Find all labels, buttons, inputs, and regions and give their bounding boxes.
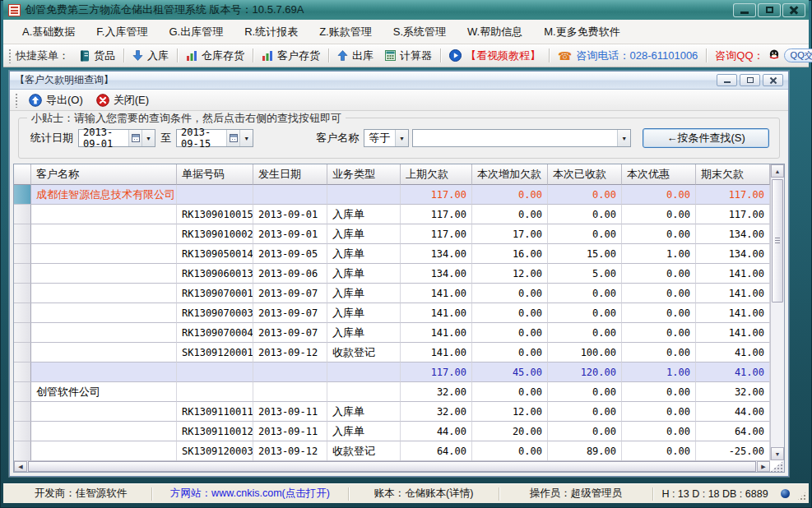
grid-cell[interactable]: 0.00 <box>622 284 696 303</box>
status-website-link[interactable]: 方网站：www.cnkis.com(点击打开) <box>152 487 348 501</box>
grid-cell[interactable]: 41.00 <box>696 343 770 363</box>
quickbar-calculator-button[interactable]: 计算器 <box>379 46 438 66</box>
grid-cell[interactable]: 0.00 <box>622 441 696 460</box>
grid-cell[interactable]: 32.00 <box>401 382 472 402</box>
row-selector[interactable] <box>14 224 31 244</box>
grid-row[interactable]: SK13091200032013-09-12收款登记64.000.0089.00… <box>14 441 770 460</box>
grid-cell[interactable]: RK1309070001 <box>177 284 253 303</box>
grid-cell[interactable] <box>31 441 177 460</box>
quickbar-warehouse-stock-button[interactable]: 仓库存货 <box>180 46 250 66</box>
column-header[interactable]: 单据号码 <box>177 164 253 185</box>
scroll-down-button[interactable]: ▼ <box>771 447 784 460</box>
column-header[interactable]: 客户名称 <box>31 164 177 185</box>
grid-cell[interactable]: 入库单 <box>327 323 401 343</box>
row-selector[interactable] <box>14 323 31 343</box>
grid-cell[interactable]: 141.00 <box>401 284 472 303</box>
grid-cell[interactable]: RK1309070003 <box>177 303 253 323</box>
grid-cell[interactable] <box>31 343 177 363</box>
grid-cell[interactable]: 入库单 <box>327 244 401 264</box>
grid-cell[interactable]: 2013-09-07 <box>253 303 327 323</box>
grid-cell[interactable]: 12.00 <box>472 264 548 284</box>
grid-cell[interactable]: 2013-09-06 <box>253 264 327 284</box>
grid-cell[interactable]: SK1309120001 <box>177 343 253 363</box>
scroll-up-button[interactable]: ▲ <box>771 164 784 178</box>
grid-cell[interactable]: 2013-09-07 <box>253 284 327 303</box>
window-maximize-button[interactable] <box>758 3 781 17</box>
grid-row[interactable]: RK13090500142013-09-05入库单134.0016.0015.0… <box>14 244 770 264</box>
column-header[interactable]: 本次增加欠款 <box>472 164 548 185</box>
scroll-left-button[interactable]: ◀ <box>14 461 27 472</box>
grid-cell[interactable]: 20.00 <box>472 422 548 441</box>
grid-cell[interactable]: RK1309110012 <box>177 422 253 441</box>
grid-row[interactable]: RK13090700042013-09-07入库单141.000.000.000… <box>14 323 770 343</box>
search-button[interactable]: ←按条件查找(S) <box>643 128 769 148</box>
grid-cell[interactable]: 1.00 <box>622 363 696 382</box>
grid-cell[interactable]: 141.00 <box>696 264 770 284</box>
row-selector[interactable] <box>14 185 31 205</box>
window-close-button[interactable] <box>782 3 805 17</box>
grid-cell[interactable]: RK1309110011 <box>177 402 253 422</box>
grid-cell[interactable]: 141.00 <box>696 284 770 303</box>
row-selector[interactable] <box>14 382 31 402</box>
grid-cell[interactable] <box>31 244 177 264</box>
grid-cell[interactable]: 0.00 <box>548 402 622 422</box>
export-button[interactable]: 导出(O) <box>22 91 90 109</box>
grid-cell[interactable]: 入库单 <box>327 264 401 284</box>
grid-cell[interactable]: 120.00 <box>548 363 622 382</box>
menu-item-basic-data[interactable]: A.基础数据 <box>12 20 86 44</box>
vertical-scrollbar[interactable]: ▲ ▼ <box>770 164 784 460</box>
menu-item-accounts[interactable]: Z.账款管理 <box>309 20 383 44</box>
grid-cell[interactable]: 32.00 <box>401 402 472 422</box>
grid-cell[interactable]: 收款登记 <box>327 441 401 460</box>
grid-cell[interactable]: 2013-09-01 <box>253 205 327 224</box>
grid-cell[interactable] <box>177 363 253 382</box>
grid-cell[interactable]: 16.00 <box>472 244 548 264</box>
grid-cell[interactable] <box>31 323 177 343</box>
date-to-input[interactable]: 2013-09-15 ▼ <box>176 129 253 147</box>
grid-cell[interactable]: 134.00 <box>401 264 472 284</box>
grid-cell[interactable]: 入库单 <box>327 224 401 244</box>
child-maximize-button[interactable] <box>740 74 760 86</box>
video-tutorial-button[interactable]: 【看视频教程】 <box>443 46 546 66</box>
grid-cell[interactable] <box>31 264 177 284</box>
calendar-button[interactable] <box>128 130 142 146</box>
grid-cell[interactable]: 0.00 <box>622 264 696 284</box>
grid-cell[interactable]: 117.00 <box>401 363 472 382</box>
qq-chat-button[interactable]: QQ交谈 <box>784 48 812 62</box>
date-from-dropdown-button[interactable]: ▼ <box>142 130 155 146</box>
child-close-button[interactable] <box>763 74 783 86</box>
grid-cell[interactable] <box>177 185 253 205</box>
grid-cell[interactable] <box>327 382 401 402</box>
grid-cell[interactable]: 0.00 <box>622 224 696 244</box>
grid-cell[interactable]: 64.00 <box>696 422 770 441</box>
grid-row[interactable]: RK13090700012013-09-07入库单141.000.000.000… <box>14 284 770 303</box>
grid-cell[interactable]: 0.00 <box>472 441 548 460</box>
grid-cell[interactable]: 收款登记 <box>327 343 401 363</box>
column-header[interactable]: 本次优惠 <box>622 164 696 185</box>
grid-cell[interactable]: 2013-09-11 <box>253 422 327 441</box>
row-selector[interactable] <box>14 264 31 284</box>
toolbar-drag-handle[interactable] <box>8 48 12 63</box>
grid-cell[interactable] <box>31 284 177 303</box>
grid-cell[interactable]: 15.00 <box>548 244 622 264</box>
grid-cell[interactable]: 44.00 <box>401 422 472 441</box>
grid-cell[interactable]: 117.00 <box>401 224 472 244</box>
grid-cell[interactable]: 2013-09-11 <box>253 402 327 422</box>
grid-cell[interactable]: 32.00 <box>696 382 770 402</box>
grid-cell[interactable] <box>31 303 177 323</box>
menu-item-more-software[interactable]: M.更多免费软件 <box>533 20 630 44</box>
grid-cell[interactable]: 89.00 <box>548 441 622 460</box>
customer-dropdown-button[interactable]: ▼ <box>617 130 630 146</box>
operator-dropdown-button[interactable]: ▼ <box>395 130 408 146</box>
grid-row[interactable]: RK13090100152013-09-01入库单117.000.000.000… <box>14 205 770 224</box>
column-header[interactable]: 本次已收款 <box>548 164 622 185</box>
grid-row[interactable]: 成都佳智源信息技术有限公司117.000.000.000.00117.00 <box>14 185 770 205</box>
grid-cell[interactable]: 0.00 <box>548 205 622 224</box>
grid-cell[interactable]: 141.00 <box>401 343 472 363</box>
grid-cell[interactable]: 141.00 <box>696 303 770 323</box>
grid-cell[interactable]: 0.00 <box>472 323 548 343</box>
grid-cell[interactable]: 117.00 <box>696 185 770 205</box>
grid-cell[interactable]: 0.00 <box>472 303 548 323</box>
row-selector[interactable] <box>14 441 31 460</box>
menu-item-inbound[interactable]: F.入库管理 <box>86 20 158 44</box>
